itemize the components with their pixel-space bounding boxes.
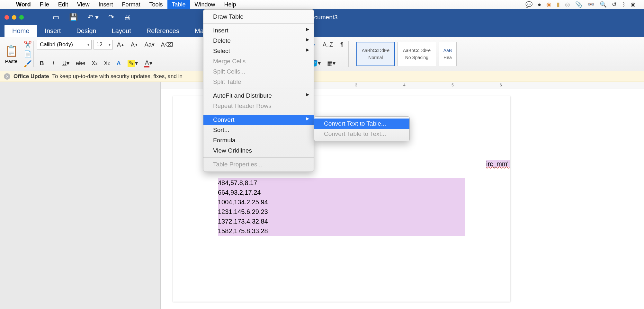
ruler-mark: 4 (403, 83, 406, 87)
notice-title: Office Update (13, 73, 49, 80)
underline-button[interactable]: U ▾ (60, 58, 72, 68)
subscript-button[interactable]: X2 (89, 58, 100, 68)
mac-menubar: Word File Edit View Insert Format Tools … (0, 0, 644, 9)
menu-merge-cells: Merge Cells (203, 56, 314, 66)
clipboard-icon: 📋 (4, 44, 18, 57)
undo-icon[interactable]: ↶ ▾ (87, 13, 99, 22)
doc-line: 1231,145.6,29.23 (218, 207, 465, 216)
close-window-button[interactable] (4, 15, 9, 20)
paste-label: Paste (5, 58, 17, 64)
cloud-icon[interactable]: ◉ (546, 1, 551, 8)
tab-references[interactable]: References (139, 25, 187, 37)
increase-font-button[interactable]: A▲ (115, 40, 127, 49)
menu-file[interactable]: File (35, 0, 54, 9)
windows-icon[interactable]: ▭ (53, 13, 59, 22)
menu-insert-submenu[interactable]: Insert (203, 25, 314, 36)
style-heading[interactable]: AaB Hea (439, 42, 457, 66)
italic-button[interactable]: I (49, 58, 58, 68)
ruler-mark: 6 (500, 83, 502, 87)
menu-view[interactable]: View (73, 0, 94, 9)
style-normal[interactable]: AaBbCcDdEe Normal (356, 42, 395, 66)
clipboard-group: 📋 Paste ✂️ 📄 🖌️ (3, 39, 34, 69)
quick-access-toolbar: ▭ 💾 ↶ ▾ ↷ 🖨 (53, 13, 131, 22)
table-menu: Draw Table Insert Delete Select Merge Ce… (203, 9, 314, 172)
wifi-icon[interactable]: ◉ (631, 1, 636, 8)
paste-button[interactable]: 📋 Paste (4, 40, 18, 68)
superscript-button[interactable]: X2 (102, 58, 112, 68)
menu-format[interactable]: Format (117, 0, 145, 9)
bold-button[interactable]: B (37, 58, 47, 68)
menu-edit[interactable]: Edit (54, 0, 73, 9)
convert-submenu: Convert Text to Table... Convert Table t… (314, 116, 410, 141)
menu-split-table: Split Table (203, 77, 314, 87)
sort-button[interactable]: A↓Z (320, 40, 335, 49)
print-icon[interactable]: 🖨 (124, 13, 131, 22)
menu-table[interactable]: Table (167, 0, 190, 9)
spotlight-icon[interactable]: 🔍 (600, 1, 607, 8)
tab-insert[interactable]: Insert (37, 25, 68, 37)
strikethrough-button[interactable]: abc (74, 58, 87, 68)
menu-window[interactable]: Window (190, 0, 220, 9)
menu-sort[interactable]: Sort... (203, 125, 314, 135)
clear-formatting-button[interactable]: A⌫ (159, 40, 175, 49)
menu-view-gridlines[interactable]: View Gridlines (203, 146, 314, 156)
doc-line: 484,57.8,8.17 (218, 178, 465, 188)
tab-layout[interactable]: Layout (104, 25, 139, 37)
menu-help[interactable]: Help (220, 0, 241, 9)
menu-delete-submenu[interactable]: Delete (203, 36, 314, 46)
ruler-mark: 3 (355, 83, 357, 87)
borders-button[interactable]: ▦▾ (325, 58, 338, 68)
doc-line: 1372,173.4,32.84 (218, 216, 465, 226)
menu-insert[interactable]: Insert (94, 0, 117, 9)
notice-text: To keep up-to-date with security updates… (52, 73, 183, 80)
font-size-combo[interactable]: 12 (94, 40, 113, 49)
ribbon-tabs: Home Insert Design Layout References Mai… (0, 25, 644, 37)
tab-design[interactable]: Design (68, 25, 104, 37)
change-case-button[interactable]: Aa▾ (142, 40, 157, 49)
bluetooth-icon[interactable]: ᛒ (622, 1, 625, 8)
style-label: Normal (368, 55, 383, 60)
menu-split-cells: Split Cells... (203, 66, 314, 77)
menu-tools[interactable]: Tools (145, 0, 167, 9)
text-effects-button[interactable]: A (114, 58, 123, 68)
font-color-button[interactable]: A▾ (142, 58, 155, 68)
styles-group: AaBbCcDdEe Normal AaBbCcDdEe No Spacing … (350, 39, 457, 69)
menu-convert-table-to-text: Convert Table to Text... (314, 129, 409, 139)
status-dot-icon[interactable]: ● (538, 1, 541, 8)
ruler-mark: 5 (452, 83, 454, 87)
minimize-window-button[interactable] (12, 15, 16, 20)
font-name-combo[interactable]: Calibri (Body) (37, 40, 92, 49)
paperclip-icon[interactable]: 📎 (575, 1, 582, 8)
zoom-window-button[interactable] (19, 15, 24, 20)
timemachine-icon[interactable]: ↺ (612, 1, 617, 8)
show-marks-button[interactable]: ¶ (337, 40, 347, 49)
style-label: No Spacing (405, 55, 428, 60)
format-painter-icon[interactable]: 🖌️ (24, 60, 32, 67)
app-menu[interactable]: Word (12, 0, 35, 9)
style-preview: AaBbCcDdEe (362, 48, 389, 53)
header-fragment: irc_mm" (486, 160, 510, 167)
menu-select-submenu[interactable]: Select (203, 46, 314, 56)
window-controls (4, 15, 24, 20)
menu-autofit-submenu[interactable]: AutoFit and Distribute (203, 91, 314, 101)
menu-draw-table[interactable]: Draw Table (203, 12, 314, 22)
wechat-icon[interactable]: 💬 (525, 1, 532, 8)
close-notice-button[interactable]: ✕ (4, 73, 10, 80)
glasses-icon[interactable]: 👓 (587, 1, 595, 8)
menu-formula[interactable]: Formula... (203, 135, 314, 146)
decrease-font-button[interactable]: A▼ (129, 40, 140, 49)
menu-convert-submenu[interactable]: Convert (203, 115, 314, 125)
style-no-spacing[interactable]: AaBbCcDdEe No Spacing (398, 42, 436, 66)
style-label: Hea (443, 55, 452, 60)
circle-icon[interactable]: ◎ (565, 1, 570, 8)
save-icon[interactable]: 💾 (69, 13, 78, 22)
cut-icon[interactable]: ✂️ (24, 40, 32, 48)
menu-table-properties: Table Properties... (203, 159, 314, 170)
copy-icon[interactable]: 📄 (24, 50, 32, 58)
menu-convert-text-to-table[interactable]: Convert Text to Table... (314, 119, 409, 129)
redo-icon[interactable]: ↷ (108, 13, 114, 22)
highlight-button[interactable]: ✎▾ (125, 58, 140, 68)
tab-home[interactable]: Home (4, 25, 37, 37)
shield-icon[interactable]: ▮ (557, 1, 560, 8)
style-preview: AaBbCcDdEe (403, 48, 431, 53)
